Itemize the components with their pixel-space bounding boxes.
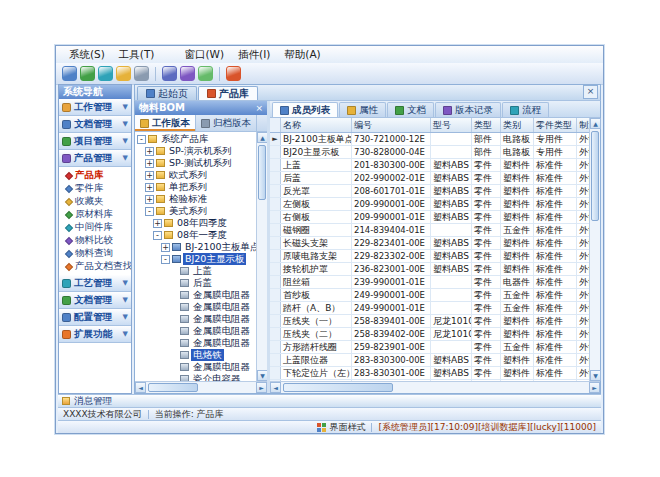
nav-section-document-management[interactable]: 文档管理▼ xyxy=(59,116,131,133)
column-header-2[interactable]: 编号 xyxy=(352,118,431,132)
tab-start-page[interactable]: 起始页 xyxy=(137,86,197,100)
expand-toggle-icon[interactable]: + xyxy=(145,159,154,168)
column-header-6[interactable]: 零件类型 xyxy=(534,118,577,132)
tree-node[interactable]: -BJ20主显示板 xyxy=(135,253,256,265)
column-header-4[interactable]: 类型 xyxy=(472,118,501,132)
tree-node[interactable]: +SP-测试机系列 xyxy=(135,157,256,169)
scroll-thumb[interactable] xyxy=(148,383,198,392)
tree-node[interactable]: 电烙铁 xyxy=(135,349,256,361)
nav-item-parts-library[interactable]: 零件库 xyxy=(59,182,131,195)
nav-item-product-library[interactable]: 产品库 xyxy=(59,169,131,182)
table-row[interactable]: 上盖201-830300-00E塑料ABS零件塑料件标准件外协条 xyxy=(270,159,589,172)
tree-node[interactable]: +SP-演示机系列 xyxy=(135,145,256,157)
nav-item-raw-material-library[interactable]: 原材料库 xyxy=(59,208,131,221)
table-row[interactable]: 接轮机护罩236-823001-00E塑料ABS零件塑料件标准件外协条 xyxy=(270,263,589,276)
nav-item-intermediate-library[interactable]: 中间件库 xyxy=(59,221,131,234)
table-row[interactable]: 阻丝箱239-990001-01E零件电器件标准件外协条 xyxy=(270,276,589,289)
tree-node[interactable]: 金属膜电阻器 xyxy=(135,313,256,325)
tab-properties[interactable]: 属性 xyxy=(339,102,386,117)
nav-section-product-management[interactable]: 产品管理▼ xyxy=(59,150,131,167)
search-icon[interactable] xyxy=(98,66,113,81)
folder-icon[interactable] xyxy=(116,66,131,81)
collapse-toggle-icon[interactable]: - xyxy=(153,231,162,240)
table-row[interactable]: 下轮定位片（左）283-830301-00E塑料ABS零件塑料件标准件外协条 xyxy=(270,367,589,380)
home-icon[interactable] xyxy=(62,66,77,81)
nav-item-product-document-search[interactable]: 产品文档查找 xyxy=(59,260,131,273)
close-bom-button[interactable]: × xyxy=(255,103,263,113)
scroll-up-icon[interactable]: ▲ xyxy=(590,118,601,129)
collapse-toggle-icon[interactable]: - xyxy=(137,135,146,144)
window-icon[interactable] xyxy=(162,66,177,81)
collapse-toggle-icon[interactable]: - xyxy=(161,255,170,264)
table-row[interactable]: 首纱板249-990001-00E零件五金件标准件外协条 xyxy=(270,289,589,302)
scroll-track[interactable] xyxy=(281,382,589,393)
tab-archived-version[interactable]: 归档版本 xyxy=(196,115,257,131)
tab-documents[interactable]: 文档 xyxy=(387,102,434,117)
nav-section-project-management[interactable]: 项目管理▼ xyxy=(59,133,131,150)
message-panel-bar[interactable]: 消息管理 xyxy=(58,394,601,407)
scroll-track[interactable] xyxy=(146,382,256,393)
table-row[interactable]: 上盖限位器283-830300-00E塑料ABS零件塑料件标准件外协条 xyxy=(270,354,589,367)
table-row[interactable]: 压线夹（二）258-839402-00E尼龙1010零件塑料件标准件外协条 xyxy=(270,328,589,341)
tree-node[interactable]: 金属膜电阻器 xyxy=(135,301,256,313)
table-row[interactable]: 右侧板209-990001-01E塑料ABS零件塑料件标准件外协条 xyxy=(270,211,589,224)
table-row[interactable]: 后盖202-990002-01E塑料ABS零件塑料件标准件外协条 xyxy=(270,172,589,185)
tree-node[interactable]: -系统产品库 xyxy=(135,133,256,145)
tab-member-list[interactable]: 成员列表 xyxy=(272,102,338,117)
tree-node[interactable]: 金属膜电阻器 xyxy=(135,361,256,373)
tab-version-history[interactable]: 版本记录 xyxy=(435,102,501,117)
column-header-3[interactable]: 型号 xyxy=(431,118,472,132)
table-row[interactable]: 原唛电路支架229-823302-00E塑料ABS零件塑料件标准件外协条 xyxy=(270,250,589,263)
table-row[interactable]: 反光罩208-601701-01E塑料ABS零件塑料件标准件外协条 xyxy=(270,185,589,198)
nav-section-extensions[interactable]: 扩展功能▼ xyxy=(59,326,131,343)
menu-help[interactable]: 帮助(A) xyxy=(277,47,327,63)
table-row[interactable]: 方形踏杆线圈259-823901-00E零件五金件标准件外协条 xyxy=(270,341,589,354)
tab-product-library[interactable]: 产品库 xyxy=(198,86,258,100)
tree-node[interactable]: +欧式系列 xyxy=(135,169,256,181)
tree-node[interactable]: 瓷介电容器 xyxy=(135,373,256,381)
tab-working-version[interactable]: 工作版本 xyxy=(135,115,196,131)
tree-node[interactable]: -美式系列 xyxy=(135,205,256,217)
nav-item-favorites[interactable]: 收藏夹 xyxy=(59,195,131,208)
column-header-1[interactable]: 名称 xyxy=(281,118,352,132)
scroll-down-icon[interactable]: ▼ xyxy=(590,370,601,381)
scroll-left-icon[interactable]: ◄ xyxy=(270,382,281,393)
menu-plugins[interactable]: 插件(I) xyxy=(231,47,277,63)
table-row[interactable]: 左侧板209-990001-00E塑料ABS零件塑料件标准件外协条 xyxy=(270,198,589,211)
menu-window[interactable]: 窗口(W) xyxy=(177,47,231,63)
scroll-thumb[interactable] xyxy=(591,131,599,221)
expand-toggle-icon[interactable]: + xyxy=(153,219,162,228)
settings-icon[interactable] xyxy=(134,66,149,81)
tree-node[interactable]: +检验标准 xyxy=(135,193,256,205)
table-row[interactable]: 压线夹（一）258-839401-00E尼龙1010零件塑料件标准件外协条 xyxy=(270,315,589,328)
tree-vertical-scrollbar[interactable]: ▲ ▼ xyxy=(256,132,267,381)
table-row[interactable]: BJ20主显示板730-828000-04E部件电路板专用件外协颗 xyxy=(270,146,589,159)
nav-section-configuration-management[interactable]: 配置管理▼ xyxy=(59,309,131,326)
table-row[interactable]: 磁钢圈214-839404-01E零件五金件标准件外协条 xyxy=(270,224,589,237)
expand-toggle-icon[interactable]: + xyxy=(145,147,154,156)
column-header-7[interactable]: 制造方式 xyxy=(577,118,589,132)
collapse-toggle-icon[interactable]: - xyxy=(145,207,154,216)
tree-node[interactable]: 金属膜电阻器 xyxy=(135,289,256,301)
menu-tools[interactable]: 工具(T) xyxy=(112,47,162,63)
scroll-thumb[interactable] xyxy=(283,383,393,392)
tree-node[interactable]: +单把系列 xyxy=(135,181,256,193)
nav-section-document-management-2[interactable]: 文档管理▼ xyxy=(59,292,131,309)
tree-node[interactable]: 金属膜电阻器 xyxy=(135,337,256,349)
tree-node[interactable]: -08年一季度 xyxy=(135,229,256,241)
nav-item-material-compare[interactable]: 物料比较 xyxy=(59,234,131,247)
plugin-icon[interactable] xyxy=(180,66,195,81)
refresh-icon[interactable] xyxy=(80,66,95,81)
close-tab-button[interactable]: × xyxy=(583,85,598,99)
scroll-left-icon[interactable]: ◄ xyxy=(135,382,146,393)
table-row[interactable]: ►BJ-2100主板单点730-721000-12E部件电路板专用件外协颗 xyxy=(270,133,589,146)
column-header-5[interactable]: 类别 xyxy=(501,118,534,132)
table-vertical-scrollbar[interactable]: ▲ ▼ xyxy=(589,118,600,381)
ui-style-label[interactable]: 界面样式 xyxy=(329,421,365,434)
tree-node[interactable]: 金属膜电阻器 xyxy=(135,325,256,337)
scroll-right-icon[interactable]: ► xyxy=(589,382,600,393)
expand-toggle-icon[interactable]: + xyxy=(145,171,154,180)
scroll-thumb[interactable] xyxy=(258,145,266,200)
scroll-right-icon[interactable]: ► xyxy=(256,382,267,393)
help-icon[interactable] xyxy=(198,66,213,81)
